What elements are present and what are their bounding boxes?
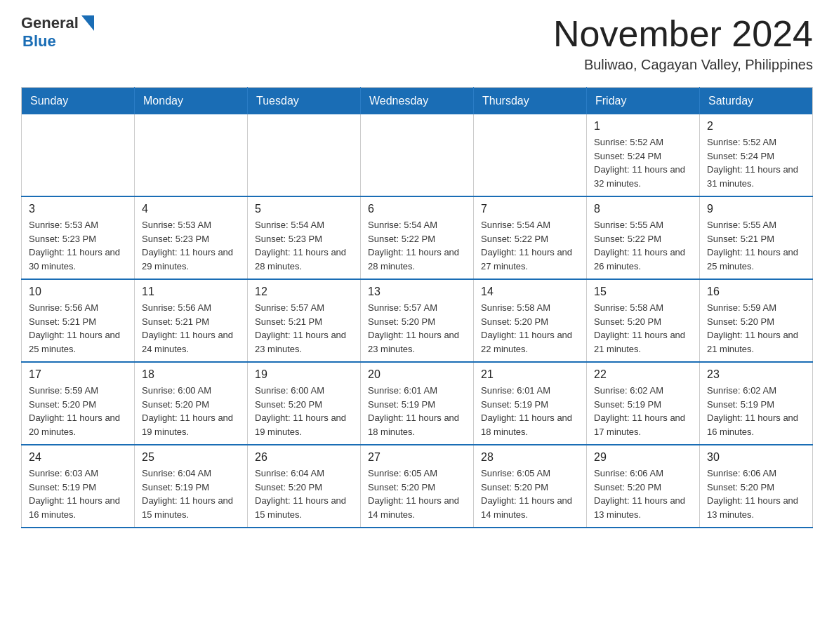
day-info: Sunrise: 5:59 AM Sunset: 5:20 PM Dayligh… (29, 384, 127, 438)
day-number: 4 (142, 203, 240, 215)
day-number: 13 (368, 286, 466, 298)
calendar-cell (22, 114, 135, 196)
calendar-cell: 11Sunrise: 5:56 AM Sunset: 5:21 PM Dayli… (135, 279, 248, 362)
day-number: 1 (594, 120, 692, 133)
day-header-tuesday: Tuesday (248, 88, 361, 115)
day-info: Sunrise: 6:00 AM Sunset: 5:20 PM Dayligh… (255, 384, 353, 438)
day-number: 21 (481, 368, 579, 381)
svg-marker-0 (81, 15, 94, 31)
day-info: Sunrise: 5:54 AM Sunset: 5:23 PM Dayligh… (255, 218, 353, 273)
calendar-cell: 28Sunrise: 6:05 AM Sunset: 5:20 PM Dayli… (474, 445, 587, 528)
day-info: Sunrise: 5:55 AM Sunset: 5:21 PM Dayligh… (707, 218, 805, 273)
calendar-week-3: 10Sunrise: 5:56 AM Sunset: 5:21 PM Dayli… (22, 279, 813, 362)
calendar-cell: 17Sunrise: 5:59 AM Sunset: 5:20 PM Dayli… (22, 362, 135, 445)
day-info: Sunrise: 5:58 AM Sunset: 5:20 PM Dayligh… (481, 301, 579, 356)
calendar-cell: 19Sunrise: 6:00 AM Sunset: 5:20 PM Dayli… (248, 362, 361, 445)
day-info: Sunrise: 5:55 AM Sunset: 5:22 PM Dayligh… (594, 218, 692, 273)
page-header: General Blue November 2024 Buliwao, Caga… (21, 14, 813, 73)
calendar-cell: 18Sunrise: 6:00 AM Sunset: 5:20 PM Dayli… (135, 362, 248, 445)
day-info: Sunrise: 6:02 AM Sunset: 5:19 PM Dayligh… (594, 384, 692, 438)
day-number: 17 (29, 368, 127, 381)
day-info: Sunrise: 6:05 AM Sunset: 5:20 PM Dayligh… (481, 467, 579, 521)
day-info: Sunrise: 5:59 AM Sunset: 5:20 PM Dayligh… (707, 301, 805, 356)
calendar-cell: 7Sunrise: 5:54 AM Sunset: 5:22 PM Daylig… (474, 196, 587, 279)
day-number: 11 (142, 286, 240, 298)
day-number: 24 (29, 451, 127, 464)
day-header-sunday: Sunday (22, 88, 135, 115)
day-info: Sunrise: 6:04 AM Sunset: 5:19 PM Dayligh… (142, 467, 240, 521)
day-info: Sunrise: 5:56 AM Sunset: 5:21 PM Dayligh… (29, 301, 127, 356)
calendar-cell: 14Sunrise: 5:58 AM Sunset: 5:20 PM Dayli… (474, 279, 587, 362)
day-info: Sunrise: 5:54 AM Sunset: 5:22 PM Dayligh… (368, 218, 466, 273)
day-info: Sunrise: 6:00 AM Sunset: 5:20 PM Dayligh… (142, 384, 240, 438)
day-info: Sunrise: 5:52 AM Sunset: 5:24 PM Dayligh… (707, 135, 805, 190)
calendar-cell: 29Sunrise: 6:06 AM Sunset: 5:20 PM Dayli… (587, 445, 700, 528)
calendar-cell: 30Sunrise: 6:06 AM Sunset: 5:20 PM Dayli… (700, 445, 813, 528)
day-number: 20 (368, 368, 466, 381)
logo-general-text: General (21, 14, 79, 32)
day-number: 14 (481, 286, 579, 298)
month-title: November 2024 (553, 14, 813, 54)
calendar-cell: 3Sunrise: 5:53 AM Sunset: 5:23 PM Daylig… (22, 196, 135, 279)
day-number: 30 (707, 451, 805, 464)
day-number: 16 (707, 286, 805, 298)
day-number: 7 (481, 203, 579, 215)
day-number: 6 (368, 203, 466, 215)
calendar-cell: 13Sunrise: 5:57 AM Sunset: 5:20 PM Dayli… (361, 279, 474, 362)
day-info: Sunrise: 6:06 AM Sunset: 5:20 PM Dayligh… (707, 467, 805, 521)
day-number: 8 (594, 203, 692, 215)
day-number: 28 (481, 451, 579, 464)
day-info: Sunrise: 6:06 AM Sunset: 5:20 PM Dayligh… (594, 467, 692, 521)
day-info: Sunrise: 6:05 AM Sunset: 5:20 PM Dayligh… (368, 467, 466, 521)
day-info: Sunrise: 6:01 AM Sunset: 5:19 PM Dayligh… (481, 384, 579, 438)
day-header-saturday: Saturday (700, 88, 813, 115)
calendar-cell: 16Sunrise: 5:59 AM Sunset: 5:20 PM Dayli… (700, 279, 813, 362)
day-info: Sunrise: 6:04 AM Sunset: 5:20 PM Dayligh… (255, 467, 353, 521)
day-info: Sunrise: 5:53 AM Sunset: 5:23 PM Dayligh… (142, 218, 240, 273)
calendar-cell: 8Sunrise: 5:55 AM Sunset: 5:22 PM Daylig… (587, 196, 700, 279)
calendar-cell: 24Sunrise: 6:03 AM Sunset: 5:19 PM Dayli… (22, 445, 135, 528)
day-header-monday: Monday (135, 88, 248, 115)
day-info: Sunrise: 6:01 AM Sunset: 5:19 PM Dayligh… (368, 384, 466, 438)
day-number: 26 (255, 451, 353, 464)
days-of-week-row: SundayMondayTuesdayWednesdayThursdayFrid… (22, 88, 813, 115)
day-info: Sunrise: 5:57 AM Sunset: 5:21 PM Dayligh… (255, 301, 353, 356)
calendar-cell: 4Sunrise: 5:53 AM Sunset: 5:23 PM Daylig… (135, 196, 248, 279)
day-info: Sunrise: 5:57 AM Sunset: 5:20 PM Dayligh… (368, 301, 466, 356)
calendar-body: 1Sunrise: 5:52 AM Sunset: 5:24 PM Daylig… (22, 114, 813, 528)
calendar-table: SundayMondayTuesdayWednesdayThursdayFrid… (21, 87, 813, 528)
day-number: 9 (707, 203, 805, 215)
calendar-cell (361, 114, 474, 196)
calendar-cell: 20Sunrise: 6:01 AM Sunset: 5:19 PM Dayli… (361, 362, 474, 445)
day-number: 15 (594, 286, 692, 298)
day-info: Sunrise: 6:02 AM Sunset: 5:19 PM Dayligh… (707, 384, 805, 438)
calendar-cell (474, 114, 587, 196)
day-number: 3 (29, 203, 127, 215)
calendar-cell: 23Sunrise: 6:02 AM Sunset: 5:19 PM Dayli… (700, 362, 813, 445)
calendar-cell: 21Sunrise: 6:01 AM Sunset: 5:19 PM Dayli… (474, 362, 587, 445)
day-info: Sunrise: 6:03 AM Sunset: 5:19 PM Dayligh… (29, 467, 127, 521)
day-number: 12 (255, 286, 353, 298)
day-number: 5 (255, 203, 353, 215)
day-number: 19 (255, 368, 353, 381)
day-info: Sunrise: 5:58 AM Sunset: 5:20 PM Dayligh… (594, 301, 692, 356)
calendar-cell: 27Sunrise: 6:05 AM Sunset: 5:20 PM Dayli… (361, 445, 474, 528)
location-subtitle: Buliwao, Cagayan Valley, Philippines (553, 57, 813, 73)
calendar-week-5: 24Sunrise: 6:03 AM Sunset: 5:19 PM Dayli… (22, 445, 813, 528)
day-number: 22 (594, 368, 692, 381)
calendar-cell: 25Sunrise: 6:04 AM Sunset: 5:19 PM Dayli… (135, 445, 248, 528)
calendar-cell (248, 114, 361, 196)
day-number: 27 (368, 451, 466, 464)
logo-triangle-icon (81, 15, 94, 31)
day-number: 18 (142, 368, 240, 381)
logo: General Blue (21, 14, 94, 51)
calendar-header: SundayMondayTuesdayWednesdayThursdayFrid… (22, 88, 813, 115)
calendar-cell: 15Sunrise: 5:58 AM Sunset: 5:20 PM Dayli… (587, 279, 700, 362)
day-number: 2 (707, 120, 805, 133)
calendar-cell: 9Sunrise: 5:55 AM Sunset: 5:21 PM Daylig… (700, 196, 813, 279)
calendar-cell: 10Sunrise: 5:56 AM Sunset: 5:21 PM Dayli… (22, 279, 135, 362)
day-info: Sunrise: 5:54 AM Sunset: 5:22 PM Dayligh… (481, 218, 579, 273)
day-info: Sunrise: 5:52 AM Sunset: 5:24 PM Dayligh… (594, 135, 692, 190)
day-header-thursday: Thursday (474, 88, 587, 115)
day-number: 29 (594, 451, 692, 464)
